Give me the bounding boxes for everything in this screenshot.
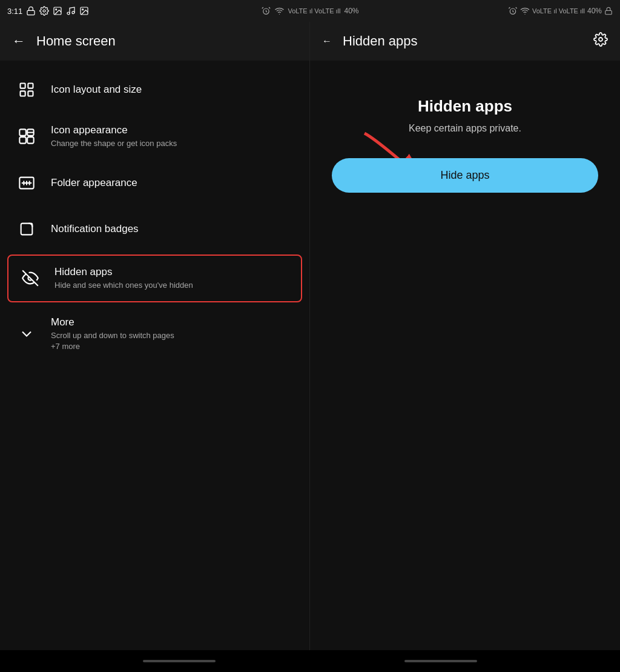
hidden-apps-page-title: Hidden apps xyxy=(418,97,512,116)
image-icon-l xyxy=(53,6,62,16)
status-left: 3:11 xyxy=(7,6,89,16)
signal-text-r: VoLTE ıl VoLTE ıll xyxy=(532,7,585,15)
svg-rect-17 xyxy=(21,84,25,88)
menu-item-icon-layout[interactable]: Icon layout and size xyxy=(0,67,309,113)
badge-icon-svg xyxy=(18,221,35,238)
right-panel-header: ← Hidden apps xyxy=(310,22,620,61)
svg-line-14 xyxy=(516,7,517,8)
panels: ← Home screen Icon layout and size xyxy=(0,22,620,650)
svg-rect-24 xyxy=(27,137,33,144)
chevron-down-icon xyxy=(15,322,39,346)
menu-item-icon-appearance[interactable]: Icon appearance Change the shape or get … xyxy=(0,113,309,160)
wifi-icon-c xyxy=(274,6,284,16)
eye-off-icon xyxy=(18,266,42,290)
signal-text-c: VoLTE ıl VoLTE ıll xyxy=(288,7,340,15)
svg-rect-19 xyxy=(21,91,25,96)
status-bar: 3:11 VoLTE ıl VoLTE ıll 40% VoLTE ıl VoL… xyxy=(0,0,620,22)
left-back-button[interactable]: ← xyxy=(12,33,25,49)
hidden-apps-page-subtitle: Keep certain apps private. xyxy=(409,123,521,134)
svg-point-7 xyxy=(82,9,84,10)
icon-appearance-svg xyxy=(18,128,35,145)
folder-icon xyxy=(15,171,39,195)
music-icon-l xyxy=(66,6,76,16)
lock-icon-l xyxy=(26,6,36,16)
svg-rect-18 xyxy=(28,84,33,88)
svg-line-10 xyxy=(269,7,270,8)
battery-r: 40% xyxy=(587,7,602,15)
notification-badges-title: Notification badges xyxy=(51,222,295,236)
left-panel-title: Home screen xyxy=(36,33,116,49)
battery-c: 40% xyxy=(345,7,359,15)
menu-list: Icon layout and size Icon appearance Cha… xyxy=(0,61,309,650)
right-panel: ← Hidden apps Hidden apps xyxy=(310,22,620,650)
svg-rect-21 xyxy=(19,129,26,136)
svg-point-4 xyxy=(67,12,70,15)
svg-point-15 xyxy=(524,14,525,15)
notification-badges-text: Notification badges xyxy=(51,222,295,236)
bottom-bar xyxy=(0,650,620,672)
status-right: VoLTE ıl VoLTE ıll 40% xyxy=(508,6,613,16)
right-scroll-bar xyxy=(404,660,477,662)
hide-apps-button[interactable]: Hide apps xyxy=(332,158,598,193)
hidden-apps-subtitle: Hide and see which ones you've hidden xyxy=(54,280,291,291)
time-left: 3:11 xyxy=(7,7,22,16)
badge-icon xyxy=(15,217,39,241)
svg-line-9 xyxy=(262,7,263,8)
svg-rect-16 xyxy=(605,10,612,14)
svg-rect-20 xyxy=(28,91,33,96)
icon-layout-text: Icon layout and size xyxy=(51,83,295,96)
icon-appearance-subtitle: Change the shape or get icon packs xyxy=(51,138,295,149)
svg-point-11 xyxy=(279,14,280,15)
folder-icon-svg xyxy=(18,175,35,191)
more-text: More Scroll up and down to switch pages … xyxy=(51,316,295,352)
alarm-icon-r xyxy=(508,6,518,16)
menu-item-folder-appearance[interactable]: Folder appearance xyxy=(0,160,309,206)
chevron-down-icon-svg xyxy=(18,325,35,342)
status-center: VoLTE ıl VoLTE ıll 40% xyxy=(261,6,358,16)
svg-rect-31 xyxy=(21,224,33,235)
gear-icon-svg xyxy=(593,32,608,47)
left-panel-header: ← Home screen xyxy=(0,22,309,61)
svg-point-1 xyxy=(43,10,45,12)
right-header-left: ← Hidden apps xyxy=(322,33,418,49)
svg-rect-0 xyxy=(27,10,35,15)
wifi-icon-r xyxy=(520,6,530,16)
svg-point-3 xyxy=(56,9,57,10)
more-subtitle: Scroll up and down to switch pages +7 mo… xyxy=(51,330,295,352)
svg-point-5 xyxy=(72,12,74,14)
settings-gear-icon[interactable] xyxy=(593,32,608,50)
hidden-apps-text: Hidden apps Hide and see which ones you'… xyxy=(54,265,291,291)
image2-icon-l xyxy=(79,6,89,16)
lock-icon-r xyxy=(604,7,613,15)
alarm-icon-c xyxy=(261,6,271,16)
gear-icon-l xyxy=(39,6,49,16)
svg-line-13 xyxy=(509,7,510,8)
left-panel: ← Home screen Icon layout and size xyxy=(0,22,310,650)
svg-point-34 xyxy=(599,38,602,41)
folder-appearance-title: Folder appearance xyxy=(51,176,295,190)
icon-layout-title: Icon layout and size xyxy=(51,83,295,96)
right-back-button[interactable]: ← xyxy=(322,36,332,47)
hidden-apps-title: Hidden apps xyxy=(54,265,291,279)
grid-icon-svg xyxy=(18,81,35,98)
right-content: Hidden apps Keep certain apps private. H… xyxy=(310,61,620,211)
icon-appearance-icon xyxy=(15,124,39,148)
grid-icon xyxy=(15,78,39,102)
right-panel-title: Hidden apps xyxy=(343,33,418,49)
eye-off-icon-svg xyxy=(22,270,39,287)
folder-appearance-text: Folder appearance xyxy=(51,176,295,190)
menu-item-notification-badges[interactable]: Notification badges xyxy=(0,206,309,252)
left-scroll-bar xyxy=(143,660,216,662)
icon-appearance-text: Icon appearance Change the shape or get … xyxy=(51,124,295,149)
icon-appearance-title: Icon appearance xyxy=(51,124,295,137)
svg-rect-23 xyxy=(19,137,26,144)
menu-item-hidden-apps[interactable]: Hidden apps Hide and see which ones you'… xyxy=(7,254,302,302)
more-title: More xyxy=(51,316,295,329)
menu-item-more[interactable]: More Scroll up and down to switch pages … xyxy=(0,305,309,363)
